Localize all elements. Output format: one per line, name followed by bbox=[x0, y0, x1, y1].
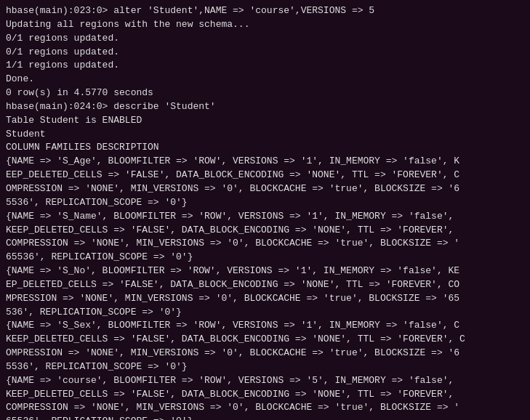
terminal-line: 5536', REPLICATION_SCOPE => '0'} bbox=[6, 360, 524, 374]
terminal-line: hbase(main):024:0> describe 'Student' bbox=[6, 100, 524, 114]
terminal-line: COLUMN FAMILIES DESCRIPTION bbox=[6, 141, 524, 155]
terminal-line: OMPRESSION => 'NONE', MIN_VERSIONS => '0… bbox=[6, 182, 524, 196]
terminal-line: 536', REPLICATION_SCOPE => '0'} bbox=[6, 306, 524, 320]
terminal-line: {NAME => 'course', BLOOMFILTER => 'ROW',… bbox=[6, 374, 524, 388]
terminal-line: {NAME => 'S_Age', BLOOMFILTER => 'ROW', … bbox=[6, 155, 524, 169]
terminal-line: Done. bbox=[6, 73, 524, 86]
terminal-line: OMPRESSION => 'NONE', MIN_VERSIONS => '0… bbox=[6, 347, 524, 360]
terminal-line: 0/1 regions updated. bbox=[6, 32, 524, 46]
terminal-line: {NAME => 'S_No', BLOOMFILTER => 'ROW', V… bbox=[6, 264, 524, 278]
terminal-line: MPRESSION => 'NONE', MIN_VERSIONS => '0'… bbox=[6, 292, 524, 306]
terminal-line: KEEP_DELETED_CELLS => 'FALSE', DATA_BLOC… bbox=[6, 388, 524, 402]
terminal-line: {NAME => 'S_Name', BLOOMFILTER => 'ROW',… bbox=[6, 210, 524, 224]
terminal-line: 0 row(s) in 4.5770 seconds bbox=[6, 86, 524, 100]
terminal: hbase(main):023:0> alter 'Student',NAME … bbox=[6, 4, 524, 420]
terminal-line: COMPRESSION => 'NONE', MIN_VERSIONS => '… bbox=[6, 401, 524, 415]
terminal-line: 5536', REPLICATION_SCOPE => '0'} bbox=[6, 196, 524, 210]
terminal-line: hbase(main):023:0> alter 'Student',NAME … bbox=[6, 4, 524, 18]
terminal-line: KEEP_DELETED_CELLS => 'FALSE', DATA_BLOC… bbox=[6, 333, 524, 347]
terminal-line: EP_DELETED_CELLS => 'FALSE', DATA_BLOCK_… bbox=[6, 278, 524, 292]
terminal-line: Table Student is ENABLED bbox=[6, 114, 524, 128]
terminal-line: 65536', REPLICATION_SCOPE => '0'} bbox=[6, 251, 524, 264]
terminal-line: 1/1 regions updated. bbox=[6, 59, 524, 73]
terminal-line: {NAME => 'S_Sex', BLOOMFILTER => 'ROW', … bbox=[6, 319, 524, 333]
terminal-line: 65536', REPLICATION_SCOPE => '0'} bbox=[6, 415, 524, 420]
terminal-line: KEEP_DELETED_CELLS => 'FALSE', DATA_BLOC… bbox=[6, 224, 524, 238]
terminal-line: COMPRESSION => 'NONE', MIN_VERSIONS => '… bbox=[6, 237, 524, 251]
terminal-line: 0/1 regions updated. bbox=[6, 46, 524, 60]
terminal-line: Student bbox=[6, 128, 524, 142]
terminal-line: Updating all regions with the new schema… bbox=[6, 18, 524, 32]
terminal-line: EEP_DELETED_CELLS => 'FALSE', DATA_BLOCK… bbox=[6, 169, 524, 182]
